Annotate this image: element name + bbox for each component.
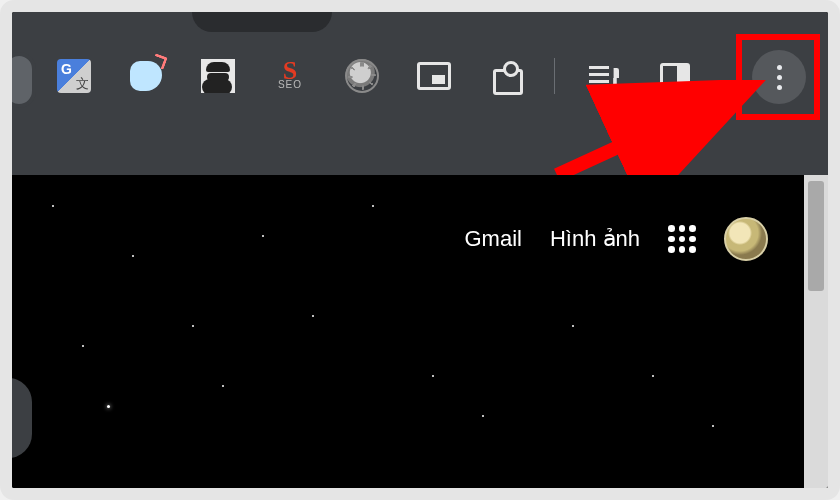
profile-chip-edge [2, 52, 36, 108]
google-apps-button[interactable] [668, 225, 696, 253]
pip-icon [417, 62, 451, 90]
star-decor [482, 415, 484, 417]
chrome-menu-button[interactable] [752, 50, 806, 104]
active-tab-shadow [192, 0, 332, 32]
page-content: Gmail Hình ảnh [12, 175, 828, 488]
star-decor [262, 235, 264, 237]
spy-icon [201, 59, 235, 93]
star-decor [132, 255, 134, 257]
star-decor [107, 405, 110, 408]
star-decor [52, 205, 54, 207]
ext-puzzle[interactable] [488, 58, 524, 94]
google-nav-row: Gmail Hình ảnh [464, 217, 768, 261]
browser-toolbar: S SEO [12, 12, 828, 175]
media-control-button[interactable] [585, 58, 621, 94]
star-decor [312, 315, 314, 317]
svg-line-1 [557, 90, 742, 175]
account-avatar[interactable] [724, 217, 768, 261]
extension-row: S SEO [56, 58, 693, 94]
star-decor [222, 385, 224, 387]
side-panel-button[interactable] [657, 58, 693, 94]
sidepanel-icon [660, 63, 690, 89]
translate-icon [57, 59, 91, 93]
star-decor [572, 325, 574, 327]
ext-gear[interactable] [344, 58, 380, 94]
apps-grid-icon [668, 225, 675, 232]
ext-google-translate[interactable] [56, 58, 92, 94]
seo-icon-sub: SEO [273, 79, 307, 90]
toolbar-divider [554, 58, 555, 94]
puzzle-icon [491, 61, 521, 91]
ext-bird-cursor[interactable] [128, 58, 164, 94]
star-decor [652, 375, 654, 377]
seo-icon-s: S [273, 61, 307, 81]
star-decor [192, 325, 194, 327]
gmail-link[interactable]: Gmail [464, 226, 521, 252]
star-decor [372, 205, 374, 207]
dots-icon [777, 65, 782, 70]
star-decor [82, 345, 84, 347]
seo-icon: S SEO [273, 61, 307, 91]
ext-pip[interactable] [416, 58, 452, 94]
vertical-scrollbar[interactable] [804, 175, 828, 488]
media-icon [587, 62, 619, 90]
images-link[interactable]: Hình ảnh [550, 226, 640, 252]
star-decor [712, 425, 714, 427]
screenshot-frame: S SEO [0, 0, 840, 500]
left-curve-decor [12, 378, 32, 458]
star-decor [432, 375, 434, 377]
scrollbar-thumb[interactable] [808, 181, 824, 291]
ext-seo[interactable]: S SEO [272, 58, 308, 94]
ext-spy[interactable] [200, 58, 236, 94]
annotation-arrow-icon [552, 80, 772, 180]
bird-icon [130, 61, 162, 91]
gear-icon [345, 59, 379, 93]
